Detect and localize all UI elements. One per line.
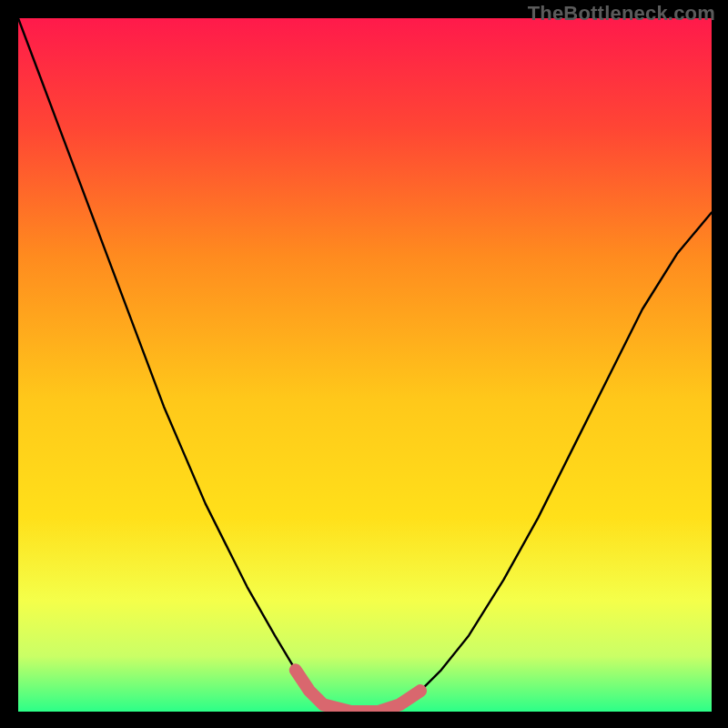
gradient-background	[18, 18, 712, 712]
chart-svg	[18, 18, 712, 712]
watermark-text: TheBottleneck.com	[528, 2, 715, 25]
plot-area	[18, 18, 712, 712]
chart-frame: TheBottleneck.com	[0, 0, 728, 728]
